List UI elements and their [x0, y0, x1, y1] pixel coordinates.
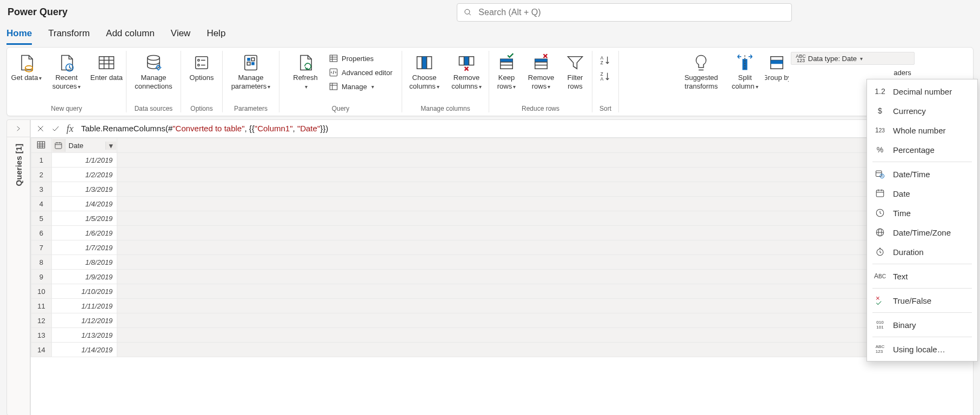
row-number-cell[interactable]: 8 [31, 255, 52, 270]
cell-date[interactable]: 1/2/2019 [51, 168, 117, 182]
filter-rows-button[interactable]: Filter rows [559, 51, 591, 90]
table-icon [36, 140, 46, 150]
row-number-cell[interactable]: 13 [31, 328, 52, 343]
suggested-transforms-button[interactable]: Suggested transforms [677, 51, 725, 90]
tab-home[interactable]: Home [6, 28, 32, 45]
row-number-cell[interactable]: 10 [31, 284, 52, 299]
table-row[interactable]: 91/9/2019 [31, 270, 974, 284]
search-input[interactable] [477, 7, 785, 18]
split-column-button[interactable]: Split column▾ [725, 51, 765, 90]
svg-rect-16 [245, 56, 257, 70]
menu-binary[interactable]: 010101Binary [867, 315, 977, 334]
svg-text:Z: Z [601, 72, 603, 77]
table-row[interactable]: 21/2/2019 [31, 168, 974, 182]
duration-icon [875, 246, 885, 257]
table-row[interactable]: 31/3/2019 [31, 182, 974, 197]
accept-formula-button[interactable] [48, 121, 63, 136]
table-row[interactable]: 71/7/2019 [31, 240, 974, 255]
tab-transform[interactable]: Transform [48, 28, 90, 45]
sort-desc-button[interactable]: ZA [595, 70, 616, 83]
row-number-header[interactable] [31, 138, 52, 153]
row-number-cell[interactable]: 2 [31, 168, 52, 182]
use-first-row-headers-fragment[interactable]: aders [791, 66, 915, 79]
table-row[interactable]: 51/5/2019 [31, 211, 974, 226]
menu-whole-number[interactable]: 123Whole number [867, 121, 977, 140]
column-filter-dropdown[interactable]: ▾ [105, 142, 116, 150]
title-bar: Power Query [0, 0, 980, 24]
manage-parameters-button[interactable]: Manage parameters▾ [224, 51, 278, 90]
row-number-cell[interactable]: 4 [31, 197, 52, 211]
expand-queries-button[interactable] [7, 120, 30, 137]
cell-date[interactable]: 1/10/2019 [51, 284, 117, 299]
menu-percentage[interactable]: %Percentage [867, 140, 977, 159]
table-row[interactable]: 121/12/2019 [31, 313, 974, 328]
sort-asc-button[interactable]: AZ [595, 54, 616, 67]
table-row[interactable]: 111/11/2019 [31, 299, 974, 313]
cell-date[interactable]: 1/13/2019 [51, 328, 117, 343]
row-number-cell[interactable]: 14 [31, 343, 52, 357]
menu-time[interactable]: Time [867, 203, 977, 223]
cell-date[interactable]: 1/11/2019 [51, 299, 117, 313]
enter-data-button[interactable]: Enter data [86, 51, 126, 82]
group-label-parameters: Parameters [225, 105, 277, 115]
menu-currency[interactable]: $Currency [867, 101, 977, 121]
cell-date[interactable]: 1/14/2019 [51, 343, 117, 357]
properties-button[interactable]: Properties [325, 52, 396, 65]
tab-view[interactable]: View [171, 28, 191, 45]
data-type-selector[interactable]: ABC123 Data type: Date ▾ [791, 52, 915, 65]
manage-connections-button[interactable]: Manage connections [128, 51, 179, 90]
table-row[interactable]: 11/1/2019 [31, 153, 974, 168]
row-number-cell[interactable]: 9 [31, 270, 52, 284]
cell-date[interactable]: 1/3/2019 [51, 182, 117, 197]
menu-date-time-zone[interactable]: Date/Time/Zone [867, 223, 977, 242]
tab-add-column[interactable]: Add column [106, 28, 155, 45]
refresh-button[interactable]: Refresh▾ [285, 51, 325, 90]
keep-rows-button[interactable]: Keep rows▾ [490, 51, 523, 90]
options-button[interactable]: Options [182, 51, 222, 82]
cell-date[interactable]: 1/7/2019 [51, 240, 117, 255]
menu-text[interactable]: ABCText [867, 266, 977, 286]
row-number-cell[interactable]: 3 [31, 182, 52, 197]
recent-sources-button[interactable]: Recent sources▾ [46, 51, 86, 90]
menu-date-time[interactable]: Date/Time [867, 164, 977, 184]
cell-date[interactable]: 1/5/2019 [51, 211, 117, 226]
table-row[interactable]: 131/13/2019 [31, 328, 974, 343]
remove-columns-button[interactable]: Remove columns▾ [445, 51, 488, 90]
cell-date[interactable]: 1/12/2019 [51, 313, 117, 328]
get-data-button[interactable]: Get data▾ [6, 51, 46, 82]
queries-panel-label[interactable]: Queries [1] [14, 144, 23, 186]
choose-columns-button[interactable]: Choose columns▾ [403, 51, 445, 90]
row-number-cell[interactable]: 11 [31, 299, 52, 313]
search-box[interactable] [457, 3, 792, 22]
row-number-cell[interactable]: 5 [31, 211, 52, 226]
menu-duration[interactable]: Duration [867, 242, 977, 262]
menu-decimal-number[interactable]: 1.2Decimal number [867, 82, 977, 101]
table-row[interactable]: 81/8/2019 [31, 255, 974, 270]
cell-date[interactable]: 1/8/2019 [51, 255, 117, 270]
svg-rect-62 [55, 143, 62, 149]
cell-date[interactable]: 1/1/2019 [51, 153, 117, 168]
cell-date[interactable]: 1/4/2019 [51, 197, 117, 211]
column-header-date[interactable]: Date ▾ [51, 138, 117, 153]
group-by-button[interactable]: Group by [765, 51, 789, 82]
manage-button[interactable]: Manage▾ [325, 80, 396, 93]
table-row[interactable]: 41/4/2019 [31, 197, 974, 211]
table-row[interactable]: 101/10/2019 [31, 284, 974, 299]
row-number-cell[interactable]: 7 [31, 240, 52, 255]
table-row[interactable]: 61/6/2019 [31, 226, 974, 240]
table-row[interactable]: 141/14/2019 [31, 343, 974, 357]
row-number-cell[interactable]: 6 [31, 226, 52, 240]
cell-date[interactable]: 1/9/2019 [51, 270, 117, 284]
cancel-formula-button[interactable] [33, 121, 48, 136]
formula-input[interactable]: Table.RenameColumns(#"Converted to table… [77, 124, 971, 134]
advanced-editor-button[interactable]: Advanced editor [325, 66, 396, 79]
tab-help[interactable]: Help [206, 28, 225, 45]
menu-true-false[interactable]: True/False [867, 291, 977, 310]
row-number-cell[interactable]: 12 [31, 313, 52, 328]
cell-date[interactable]: 1/6/2019 [51, 226, 117, 240]
remove-rows-button[interactable]: Remove rows▾ [523, 51, 559, 90]
row-number-cell[interactable]: 1 [31, 153, 52, 168]
column-type-icon[interactable] [52, 139, 65, 152]
menu-date[interactable]: Date [867, 184, 977, 203]
menu-using-locale[interactable]: ABC123Using locale… [867, 339, 977, 359]
